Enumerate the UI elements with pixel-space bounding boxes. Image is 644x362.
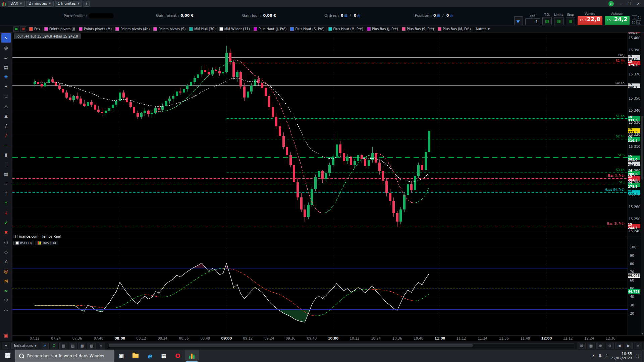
rsi-legend-chip[interactable]: RSI (11) <box>13 241 34 245</box>
print-icon[interactable]: ▧ <box>88 343 96 349</box>
tray-expand-icon[interactable]: ∧ <box>592 354 595 358</box>
units-selector[interactable]: 1 k unités▼ <box>55 1 82 7</box>
taskbar-clock[interactable]: 10:55 22/02/2023 <box>611 352 632 360</box>
legend-item[interactable]: Points pivots (S) <box>152 26 187 32</box>
calendar-icon[interactable]: ▦ <box>587 343 595 349</box>
legend-item[interactable]: Points pivots (J) <box>43 26 77 32</box>
legend-item[interactable]: Prix <box>28 26 43 32</box>
spiral-tool-icon[interactable]: @ <box>1 266 11 276</box>
zoom-icon[interactable]: ◎ <box>1 43 11 52</box>
grid-tool-icon[interactable]: ▦ <box>1 169 11 179</box>
eraser-icon[interactable]: ▱ <box>1 53 11 62</box>
app-window-icon[interactable]: ▦ <box>157 350 171 362</box>
legend-item[interactable]: Points pivots (4h) <box>114 26 152 32</box>
task-view-button[interactable]: ▣ <box>114 350 128 362</box>
indicators-dropdown[interactable]: Indicateurs▼ <box>11 343 39 349</box>
info-icon[interactable]: i <box>84 1 90 7</box>
quantity-input[interactable]: 1 <box>525 18 540 25</box>
trendline-tool-icon[interactable]: / <box>1 130 11 140</box>
trading-platform-icon[interactable] <box>185 350 199 362</box>
chart-settings-icon[interactable]: ▦ <box>13 26 19 32</box>
fit-icon[interactable]: ⊞ <box>578 343 586 349</box>
legend-item[interactable]: Plus Haut (S, Pré) <box>288 26 326 32</box>
opera-browser-icon[interactable]: O <box>171 350 185 362</box>
maximize-button[interactable]: ❒ <box>625 1 634 7</box>
check-icon[interactable]: ✔ <box>1 218 11 227</box>
legend-item[interactable]: Points pivots (M) <box>77 26 114 32</box>
palette-icon[interactable]: ▣ <box>1 330 11 340</box>
horizontal-scrollbar[interactable] <box>108 343 575 348</box>
stop-order-icon[interactable]: ▥ <box>566 17 575 25</box>
edge-browser-icon[interactable]: e <box>143 350 157 362</box>
more-tools-icon[interactable]: ⋯ <box>1 305 11 315</box>
elliott-tool-icon[interactable]: M <box>1 276 11 286</box>
order-pointer-icon[interactable]: ▶ <box>514 16 523 25</box>
hline-tool-icon[interactable]: ─ <box>1 140 11 149</box>
orders-list-icon[interactable]: ▤ <box>344 14 347 17</box>
legend-item[interactable]: Plus Bas (M, Pré) <box>436 26 473 32</box>
triangle-tool-icon[interactable]: △ <box>1 101 11 111</box>
arrow-up-icon[interactable]: ↑ <box>1 198 11 208</box>
taskbar-search[interactable] <box>15 350 114 362</box>
position-settings-icon[interactable]: ◎ <box>450 14 453 17</box>
legend-item[interactable]: MM Hull (30) <box>187 26 218 32</box>
legend-item[interactable]: Plus Bas (J, Pré) <box>365 26 400 32</box>
timeframe-selector[interactable]: 2 minutes▼ <box>26 1 54 7</box>
cursor-icon[interactable]: ↖ <box>1 33 11 43</box>
candle-tool-icon[interactable]: ▮ <box>1 150 11 159</box>
arrow-down-icon[interactable]: ↓ <box>1 208 11 218</box>
layout-icon[interactable]: ▥ <box>59 343 67 349</box>
volume-icon[interactable]: ♪ <box>605 354 608 358</box>
tma-legend-chip[interactable]: TMA (14) <box>36 241 58 245</box>
legend-item[interactable]: Plus Haut (J, Pré) <box>252 26 289 32</box>
table-icon[interactable]: ▤ <box>69 343 77 349</box>
legend-more-dropdown[interactable]: Autres▼ <box>474 27 492 31</box>
limit-order-icon[interactable]: ▥ <box>554 17 564 25</box>
legend-item[interactable]: Plus Haut (M, Pré) <box>327 26 365 32</box>
dots-tool-icon[interactable]: ∷ <box>1 179 11 188</box>
grid-icon[interactable]: ▦ <box>78 343 86 349</box>
share-icon[interactable]: ↗ <box>41 343 49 349</box>
sync-status-icon[interactable]: ⇄ <box>608 1 614 6</box>
wave-tool-icon[interactable]: ≈ <box>1 286 11 295</box>
move-icon[interactable]: ✚ <box>1 72 11 81</box>
copy-icon[interactable]: ▤ <box>1 62 11 72</box>
instrument-selector[interactable]: DAX▼ <box>8 1 25 7</box>
horizontal-scrollbar-thumb[interactable] <box>109 344 473 347</box>
show-desktop-button[interactable] <box>642 350 644 362</box>
pitchfork-tool-icon[interactable]: Ψ <box>1 296 11 305</box>
download-icon[interactable]: ↧ <box>50 343 58 349</box>
cone-tool-icon[interactable]: ▲ <box>1 111 11 120</box>
turnover-order-icon[interactable]: ▥ <box>542 17 552 25</box>
polygon-tool-icon[interactable]: ◇ <box>1 247 11 256</box>
wand-icon[interactable]: ✦ <box>1 82 11 91</box>
position-list-icon[interactable]: ▤ <box>437 14 440 17</box>
scroll-left-icon[interactable]: « <box>97 343 105 349</box>
pan-left-icon[interactable]: ◀ <box>615 343 623 349</box>
legend-item[interactable]: MM Wilder (11) <box>218 26 252 32</box>
minimize-button[interactable]: – <box>616 1 625 7</box>
trash-icon[interactable]: ⊔ <box>1 92 11 101</box>
zoom-in-icon[interactable]: ⊕ <box>596 343 604 349</box>
start-button[interactable] <box>0 350 15 362</box>
vline-tool-icon[interactable]: │ <box>1 160 11 169</box>
orders-settings-icon[interactable]: ◎ <box>357 14 360 17</box>
candlestick-chart[interactable] <box>0 0 644 341</box>
collapse-panel-icon[interactable]: ▾ <box>2 343 10 349</box>
pan-right-icon[interactable]: ▶ <box>625 343 633 349</box>
zoom-out-icon[interactable]: ⊖ <box>606 343 614 349</box>
cross-icon[interactable]: ✖ <box>1 228 11 237</box>
text-tool-icon[interactable]: T <box>1 189 11 198</box>
notification-center-icon[interactable]: ▢ <box>636 354 639 358</box>
jump-end-icon[interactable]: » <box>634 343 642 349</box>
segment-tool-icon[interactable]: / <box>1 121 11 130</box>
legend-item[interactable]: Plus Bas (S, Pré) <box>400 26 436 32</box>
network-icon[interactable]: ⇅ <box>598 354 602 358</box>
close-button[interactable]: × <box>634 1 643 7</box>
price-settings-icon[interactable]: ▥ <box>20 26 26 32</box>
file-explorer-icon[interactable] <box>128 350 143 362</box>
angle-tool-icon[interactable]: ∠ <box>1 257 11 266</box>
ellipse-tool-icon[interactable]: ○ <box>1 237 11 247</box>
search-input[interactable] <box>26 353 105 359</box>
sell-button[interactable]: 15 322,8 <box>578 16 602 25</box>
